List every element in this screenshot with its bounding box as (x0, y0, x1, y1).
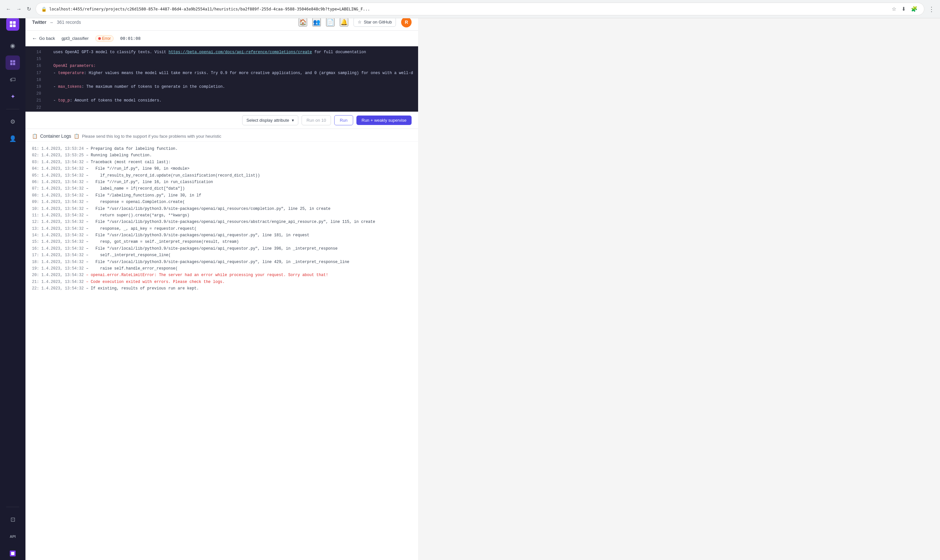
log-text: – self._interpret_response_line( (83, 253, 170, 257)
code-line-21: 21 - top_p: Amount of tokens the model c… (25, 97, 418, 104)
logs-subtitle: Please send this log to the support if y… (82, 134, 221, 139)
log-text: – File "//run_lf.py", line 98, in <modul… (83, 166, 189, 171)
profile-button[interactable]: ⋮ (927, 4, 936, 14)
log-text: – return super().create(*args, **kwargs) (83, 213, 189, 218)
sidebar-divider-2 (6, 507, 19, 507)
log-text: – Traceback (most recent call last): (83, 160, 170, 165)
sparkle-sidebar-icon[interactable]: ✦ (6, 89, 20, 104)
log-entry: 22: 1.4.2023, 13:54:32 – If existing, re… (32, 285, 412, 292)
log-entry: 19: 1.4.2023, 13:54:32 – raise self.hand… (32, 265, 412, 272)
code-line-16: 16 OpenAI parameters: (25, 63, 418, 69)
code-editor[interactable]: 14 uses OpenAI GPT-3 model to classify t… (25, 46, 418, 112)
sidebar-divider-1 (6, 109, 19, 109)
back-nav-button[interactable]: ← (4, 5, 13, 13)
download-button[interactable]: ⬇ (900, 5, 907, 13)
tag-sidebar-icon[interactable]: 🏷 (6, 72, 20, 87)
error-dot-icon (98, 37, 101, 40)
log-prefix: 21: 1.4.2023, 13:54:32 (32, 280, 83, 284)
run-button[interactable]: Run (334, 115, 353, 125)
log-text: – lf_results_by_record_id.update(run_cla… (83, 173, 260, 178)
home-button[interactable]: 🏠 (298, 18, 307, 26)
run-supervise-label: Run + weakly supervise (362, 118, 407, 123)
logs-title: Container Logs (40, 134, 71, 139)
error-badge: Error (95, 35, 114, 42)
code-section: 14 uses OpenAI GPT-3 model to classify t… (25, 46, 418, 112)
project-title: Twitter (32, 19, 46, 25)
extensions-button[interactable]: 🧩 (910, 5, 919, 13)
log-prefix: 18: 1.4.2023, 13:54:32 (32, 260, 83, 264)
log-entry: 08: 1.4.2023, 13:54:32 – File "/labeling… (32, 192, 412, 199)
app-logo[interactable] (6, 18, 19, 31)
svg-rect-1 (13, 21, 16, 24)
target-sidebar-icon[interactable]: ⊡ (6, 512, 20, 527)
code-line-15: 15 (25, 56, 418, 63)
log-text: – raise self.handle_error_response( (83, 266, 178, 271)
log-entry: 12: 1.4.2023, 13:54:32 – File "/usr/loca… (32, 218, 412, 225)
log-prefix: 07: 1.4.2023, 13:54:32 (32, 186, 83, 191)
back-button[interactable]: ← Go back (32, 35, 55, 42)
docs-button[interactable]: 📄 (326, 18, 335, 26)
code-line-14: 14 uses OpenAI GPT-3 model to classify t… (25, 49, 418, 56)
log-prefix: 11: 1.4.2023, 13:54:32 (32, 213, 83, 218)
time-display: 00:01:08 (120, 36, 141, 41)
log-text: – Running labeling function. (83, 153, 152, 158)
run-supervise-button[interactable]: Run + weakly supervise (357, 115, 412, 125)
log-entry: 18: 1.4.2023, 13:54:32 – File "/usr/loca… (32, 259, 412, 265)
log-entry: 15: 1.4.2023, 13:54:32 – resp, got_strea… (32, 238, 412, 245)
log-text: – File "/usr/local/lib/python3.9/site-pa… (83, 220, 375, 224)
log-text: – If existing, results of previous run a… (83, 286, 199, 291)
log-entry: 09: 1.4.2023, 13:54:32 – response = open… (32, 199, 412, 205)
run-on-label: Run on 10 (306, 118, 326, 123)
logs-icon: 📋 (32, 134, 37, 139)
log-text: – label_name = lf(record_dict["data"]) (83, 186, 185, 191)
log-prefix: 13: 1.4.2023, 13:54:32 (32, 226, 83, 231)
address-bar-url: localhost:4455/refinery/projects/c26d158… (49, 7, 888, 11)
select-display-button[interactable]: Select display attribute ▾ (242, 115, 298, 125)
log-prefix: 08: 1.4.2023, 13:54:32 (32, 193, 83, 198)
bookmark-button[interactable]: ☆ (891, 5, 898, 13)
svg-rect-0 (10, 21, 12, 24)
user-avatar[interactable]: R (401, 17, 412, 28)
forward-nav-button[interactable]: → (14, 5, 23, 13)
logs-header: 📋 Container Logs 📋 Please send this log … (25, 129, 418, 142)
bell-button[interactable]: 🔔 (340, 18, 348, 26)
star-github-button[interactable]: ☆ Star on GitHub (354, 17, 396, 27)
refresh-button[interactable]: ↻ (25, 5, 33, 13)
svg-rect-5 (11, 552, 14, 555)
square-sidebar-icon[interactable] (6, 546, 20, 560)
log-text: – File "/usr/local/lib/python3.9/site-pa… (83, 233, 309, 238)
run-on-button[interactable]: Run on 10 (302, 115, 331, 125)
log-prefix: 17: 1.4.2023, 13:54:32 (32, 253, 83, 257)
grid-sidebar-icon[interactable] (6, 55, 20, 70)
code-line-19: 19 - max_tokens: The maximum number of t… (25, 83, 418, 91)
log-prefix: 04: 1.4.2023, 13:54:32 (32, 166, 83, 171)
record-count: 361 records (57, 20, 81, 25)
log-prefix: 02: 1.4.2023, 13:53:25 (32, 153, 83, 158)
error-label: Error (102, 36, 111, 41)
code-line-18: 18 (25, 77, 418, 83)
user-sidebar-icon[interactable]: 👤 (6, 132, 20, 146)
log-entry: 05: 1.4.2023, 13:54:32 – lf_results_by_r… (32, 172, 412, 179)
log-prefix: 05: 1.4.2023, 13:54:32 (32, 173, 83, 178)
code-line-17: 17 - temperature: Higher values means th… (25, 70, 418, 77)
logs-content: 01: 1.4.2023, 13:53:24 – Preparing data … (25, 142, 418, 296)
sidebar: ◉ 🏷 ✦ ⚙ 👤 ⊡ API v1.9.0 (0, 14, 25, 560)
log-prefix: 09: 1.4.2023, 13:54:32 (32, 200, 83, 204)
log-prefix: 14: 1.4.2023, 13:54:32 (32, 233, 83, 238)
log-prefix: 01: 1.4.2023, 13:53:24 (32, 146, 83, 151)
log-prefix: 20: 1.4.2023, 13:54:32 (32, 273, 83, 277)
sub-header: ← Go back gpt3_classifier Error 00:01:08 (25, 31, 418, 46)
toolbar-row: Select display attribute ▾ Run on 10 Run… (25, 112, 418, 129)
select-display-label: Select display attribute (246, 118, 289, 123)
log-entry: 14: 1.4.2023, 13:54:32 – File "/usr/loca… (32, 232, 412, 238)
log-text: – File "/usr/local/lib/python3.9/site-pa… (83, 246, 337, 251)
log-text: – File "/usr/local/lib/python3.9/site-pa… (83, 260, 349, 264)
code-line-22: 22 (25, 105, 418, 111)
api-sidebar-icon[interactable]: API (6, 529, 20, 544)
users-button[interactable]: 👥 (312, 18, 321, 26)
log-entry: 11: 1.4.2023, 13:54:32 – return super().… (32, 212, 412, 218)
settings-sidebar-icon[interactable]: ⚙ (6, 115, 20, 129)
chart-sidebar-icon[interactable]: ◉ (6, 38, 20, 53)
log-entry: 04: 1.4.2023, 13:54:32 – File "//run_lf.… (32, 165, 412, 172)
svg-rect-2 (10, 25, 12, 27)
